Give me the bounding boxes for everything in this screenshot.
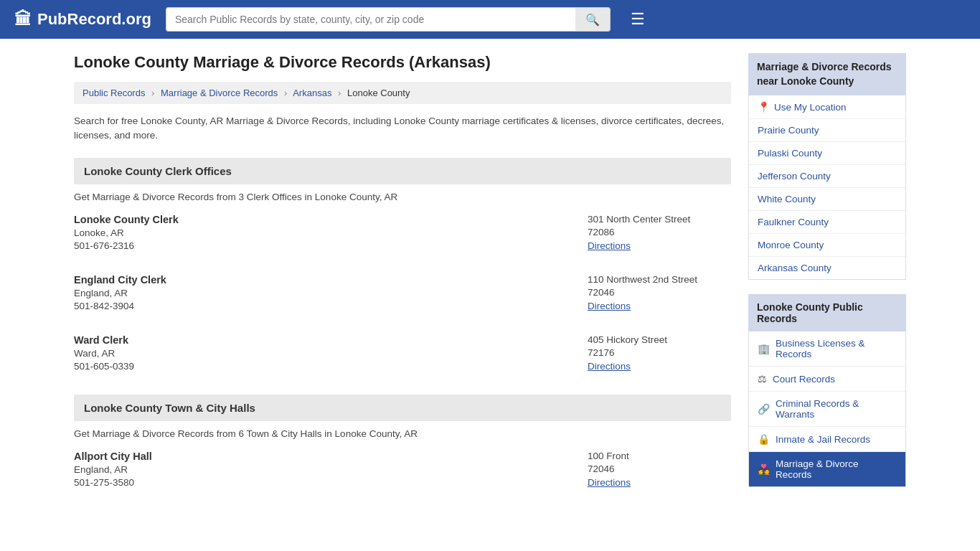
office-phone: 501-842-3904 bbox=[74, 301, 166, 311]
office-right: 100 Front 72046 Directions bbox=[588, 451, 731, 488]
sidebar-item-monroe[interactable]: Monroe County bbox=[749, 234, 905, 257]
office-address: 110 Northwest 2nd Street bbox=[588, 274, 731, 285]
breadcrumb: Public Records › Marriage & Divorce Reco… bbox=[74, 82, 731, 104]
city-halls-desc: Get Marriage & Divorce Records from 6 To… bbox=[74, 428, 731, 439]
logo-text: PubRecord.org bbox=[37, 10, 151, 29]
directions-link[interactable]: Directions bbox=[588, 361, 631, 372]
office-right: 301 North Center Street 72086 Directions bbox=[588, 214, 731, 251]
office-entry: England City Clerk England, AR 501-842-3… bbox=[74, 274, 731, 319]
sidebar-record-criminal[interactable]: 🔗 Criminal Records & Warrants bbox=[749, 392, 905, 427]
marriage-icon: 💑 bbox=[758, 463, 770, 475]
business-link[interactable]: Business Licenses & Records bbox=[776, 338, 897, 359]
court-icon: ⚖ bbox=[758, 373, 767, 385]
sidebar-item-pulaski[interactable]: Pulaski County bbox=[749, 142, 905, 165]
sidebar: Marriage & Divorce Records near Lonoke C… bbox=[748, 53, 906, 511]
office-city: England, AR bbox=[74, 288, 166, 298]
sidebar-records-list: 🏢 Business Licenses & Records ⚖ Court Re… bbox=[748, 331, 906, 487]
office-name: Allport City Hall bbox=[74, 451, 152, 462]
office-zip: 72176 bbox=[588, 347, 731, 358]
breadcrumb-public-records[interactable]: Public Records bbox=[83, 88, 145, 98]
sidebar-item-jefferson[interactable]: Jefferson County bbox=[749, 165, 905, 188]
office-address: 301 North Center Street bbox=[588, 214, 731, 225]
search-input[interactable] bbox=[166, 8, 575, 31]
site-logo[interactable]: 🏛 PubRecord.org bbox=[14, 9, 151, 29]
office-address: 100 Front bbox=[588, 451, 731, 461]
sidebar-item-prairie[interactable]: Prairie County bbox=[749, 119, 905, 142]
office-phone: 501-275-3580 bbox=[74, 477, 152, 488]
office-zip: 72086 bbox=[588, 227, 731, 237]
sidebar-record-court[interactable]: ⚖ Court Records bbox=[749, 367, 905, 392]
office-name: Lonoke County Clerk bbox=[74, 214, 179, 225]
page-title: Lonoke County Marriage & Divorce Records… bbox=[74, 53, 731, 72]
inmate-link[interactable]: Inmate & Jail Records bbox=[776, 434, 870, 445]
office-zip: 72046 bbox=[588, 287, 731, 298]
office-name: England City Clerk bbox=[74, 274, 166, 286]
use-location-label: Use My Location bbox=[774, 102, 847, 113]
office-zip: 72046 bbox=[588, 463, 731, 474]
office-right: 110 Northwest 2nd Street 72046 Direction… bbox=[588, 274, 731, 311]
office-name: Ward Clerk bbox=[74, 334, 134, 346]
sidebar-record-business[interactable]: 🏢 Business Licenses & Records bbox=[749, 331, 905, 367]
office-left: Ward Clerk Ward, AR 501-605-0339 bbox=[74, 334, 134, 372]
sidebar-records-title: Lonoke County Public Records bbox=[748, 294, 906, 331]
criminal-icon: 🔗 bbox=[758, 403, 770, 415]
breadcrumb-lonoke: Lonoke County bbox=[347, 88, 410, 98]
office-phone: 501-676-2316 bbox=[74, 240, 179, 251]
main-container: Lonoke County Marriage & Divorce Records… bbox=[60, 39, 920, 525]
search-button[interactable]: 🔍 bbox=[575, 8, 610, 31]
sidebar-nearby-title: Marriage & Divorce Records near Lonoke C… bbox=[748, 53, 906, 95]
clerk-offices-heading: Lonoke County Clerk Offices bbox=[74, 158, 731, 184]
office-phone: 501-605-0339 bbox=[74, 361, 134, 372]
breadcrumb-sep-3: › bbox=[338, 88, 341, 98]
sidebar-item-faulkner[interactable]: Faulkner County bbox=[749, 211, 905, 234]
location-pin-icon: 📍 bbox=[758, 101, 770, 113]
sidebar-record-inmate[interactable]: 🔒 Inmate & Jail Records bbox=[749, 427, 905, 452]
court-link[interactable]: Court Records bbox=[773, 374, 835, 385]
breadcrumb-sep-2: › bbox=[284, 88, 287, 98]
inmate-icon: 🔒 bbox=[758, 433, 770, 445]
criminal-link[interactable]: Criminal Records & Warrants bbox=[776, 398, 897, 420]
office-entry: Lonoke County Clerk Lonoke, AR 501-676-2… bbox=[74, 214, 731, 258]
breadcrumb-marriage-divorce[interactable]: Marriage & Divorce Records bbox=[161, 88, 278, 98]
office-address: 405 Hickory Street bbox=[588, 334, 731, 345]
clerk-offices-desc: Get Marriage & Divorce Records from 3 Cl… bbox=[74, 192, 731, 202]
marriage-link[interactable]: Marriage & Divorce Records bbox=[776, 458, 897, 480]
site-header: 🏛 PubRecord.org 🔍 ☰ bbox=[0, 0, 980, 39]
business-icon: 🏢 bbox=[758, 343, 770, 354]
office-right: 405 Hickory Street 72176 Directions bbox=[588, 334, 731, 372]
office-left: Allport City Hall England, AR 501-275-35… bbox=[74, 451, 152, 488]
office-entry: Ward Clerk Ward, AR 501-605-0339 405 Hic… bbox=[74, 334, 731, 379]
search-bar: 🔍 bbox=[166, 7, 611, 32]
sidebar-nearby-list: 📍 Use My Location Prairie County Pulaski… bbox=[748, 95, 906, 280]
directions-link[interactable]: Directions bbox=[588, 240, 631, 251]
content-area: Lonoke County Marriage & Divorce Records… bbox=[74, 53, 731, 511]
directions-link[interactable]: Directions bbox=[588, 477, 631, 488]
sidebar-use-location[interactable]: 📍 Use My Location bbox=[749, 95, 905, 119]
sidebar-record-marriage[interactable]: 💑 Marriage & Divorce Records bbox=[749, 452, 905, 486]
breadcrumb-arkansas[interactable]: Arkansas bbox=[293, 88, 331, 98]
office-city: England, AR bbox=[74, 464, 152, 475]
breadcrumb-sep-1: › bbox=[151, 88, 154, 98]
page-description: Search for free Lonoke County, AR Marria… bbox=[74, 114, 731, 143]
menu-icon[interactable]: ☰ bbox=[631, 10, 645, 29]
sidebar-item-white[interactable]: White County bbox=[749, 188, 905, 211]
logo-icon: 🏛 bbox=[14, 9, 32, 29]
sidebar-item-arkansas[interactable]: Arkansas County bbox=[749, 257, 905, 279]
office-entry: Allport City Hall England, AR 501-275-35… bbox=[74, 451, 731, 495]
directions-link[interactable]: Directions bbox=[588, 301, 631, 311]
office-city: Ward, AR bbox=[74, 348, 134, 359]
office-left: Lonoke County Clerk Lonoke, AR 501-676-2… bbox=[74, 214, 179, 251]
city-halls-heading: Lonoke County Town & City Halls bbox=[74, 395, 731, 421]
office-left: England City Clerk England, AR 501-842-3… bbox=[74, 274, 166, 311]
office-city: Lonoke, AR bbox=[74, 227, 179, 238]
